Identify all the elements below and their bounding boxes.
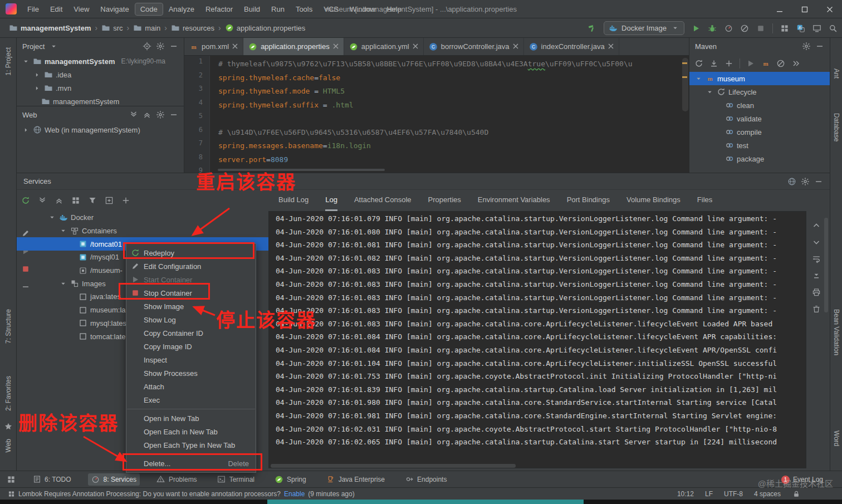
- clear-log-icon[interactable]: [812, 305, 821, 314]
- tree-row-web-in-managementsystem[interactable]: Web (in managementSystem): [17, 123, 184, 136]
- tool-window-button-java-enterprise[interactable]: Java Enterprise: [323, 473, 388, 486]
- context-menu-item-start-container[interactable]: Start Container: [126, 273, 256, 286]
- soft-wrap-icon[interactable]: [812, 255, 821, 263]
- context-menu-item-edit-configuration[interactable]: Edit Configuration: [126, 260, 256, 273]
- context-menu-item-exec[interactable]: Exec: [126, 393, 256, 407]
- context-menu-item-stop-container[interactable]: Stop Container: [126, 286, 256, 300]
- status-item-lf[interactable]: LF: [705, 490, 713, 498]
- context-menu-item-open-in-new-tab[interactable]: Open in New Tab: [126, 412, 256, 425]
- menu-view[interactable]: View: [68, 3, 94, 15]
- tree-row-docker[interactable]: Docker: [17, 211, 268, 224]
- context-menu-item-copy-image-id[interactable]: Copy Image ID: [126, 340, 256, 353]
- tree-row-test[interactable]: test: [689, 139, 830, 152]
- open-in-new-tab-icon[interactable]: [105, 196, 114, 205]
- run-button[interactable]: [692, 24, 701, 33]
- expand-all-icon[interactable]: [38, 196, 47, 205]
- tool-button-database[interactable]: Database: [830, 113, 842, 141]
- scroll-to-end-icon[interactable]: [812, 271, 821, 280]
- breadcrumb-item-managementsystem[interactable]: managementSystem: [9, 23, 91, 32]
- editor-code[interactable]: # thymeleaf\u9875\u9762\u7F13\u5B58\u8BB…: [210, 56, 689, 173]
- context-menu-item-show-log[interactable]: Show Log: [126, 313, 256, 326]
- status-item-10-12[interactable]: 10:12: [677, 490, 694, 498]
- context-menu-item-show-image[interactable]: Show Image: [126, 300, 256, 313]
- context-menu-item-inspect[interactable]: Inspect: [126, 353, 256, 366]
- tool-button-7-structure[interactable]: 7: Structure: [0, 309, 17, 344]
- overflow-icon[interactable]: [791, 59, 800, 68]
- gear-icon[interactable]: [802, 42, 811, 51]
- context-menu-item-attach[interactable]: Attach: [126, 380, 256, 393]
- group-by-icon[interactable]: [71, 196, 80, 205]
- gear-icon[interactable]: [156, 110, 165, 119]
- editor-tab-indexcontroller-java[interactable]: CindexController.java: [524, 38, 619, 55]
- add-icon[interactable]: [724, 59, 733, 68]
- editor-tab-borrowcontroller-java[interactable]: CborrowController.java: [424, 38, 524, 55]
- tree-row-validate[interactable]: validate: [689, 112, 830, 125]
- menu-tools[interactable]: Tools: [291, 3, 317, 15]
- breadcrumb-item-main[interactable]: main: [133, 23, 160, 32]
- collapse-all-icon[interactable]: [55, 196, 63, 205]
- lock-icon[interactable]: [792, 490, 801, 498]
- menu-edit[interactable]: Edit: [45, 3, 67, 15]
- context-menu-item-open-each-type-in-new-tab[interactable]: Open Each Type in New Tab: [126, 438, 256, 452]
- services-tab-build-log[interactable]: Build Log: [278, 190, 309, 211]
- profiler-icon[interactable]: [724, 24, 733, 33]
- log-hscrollbar[interactable]: [271, 464, 516, 468]
- tool-button-web[interactable]: Web: [0, 439, 17, 452]
- download-sources-icon[interactable]: [709, 59, 718, 68]
- tool-button-bean-validation[interactable]: Bean Validation: [830, 309, 842, 355]
- tool-button-word[interactable]: Word: [830, 430, 842, 446]
- hide-panel-icon[interactable]: [814, 177, 823, 186]
- scroll-down-icon[interactable]: [812, 238, 821, 247]
- stop-button[interactable]: [756, 24, 765, 33]
- run-maven-icon[interactable]: [746, 59, 755, 68]
- status-item-utf-8[interactable]: UTF-8: [724, 490, 743, 498]
- tool-window-button-8-services[interactable]: 8: Services: [88, 473, 140, 486]
- search-everywhere-icon[interactable]: [829, 24, 838, 33]
- close-tab-icon[interactable]: [413, 42, 418, 51]
- hide-panel-icon[interactable]: [169, 110, 178, 119]
- close-tab-icon[interactable]: [608, 42, 614, 51]
- run-config-select[interactable]: Docker Image: [604, 21, 684, 35]
- context-menu-item-open-each-in-new-tab[interactable]: Open Each in New Tab: [126, 425, 256, 438]
- menu-build[interactable]: Build: [239, 3, 265, 15]
- close-tab-icon[interactable]: [333, 42, 339, 51]
- hide-panel-icon[interactable]: [815, 42, 824, 51]
- tool-window-button-spring[interactable]: Spring: [271, 473, 310, 486]
- editor-tab-pom-xml[interactable]: mpom.xml: [184, 38, 243, 55]
- menu-analyze[interactable]: Analyze: [164, 3, 199, 15]
- locate-file-icon[interactable]: [143, 42, 151, 51]
- breadcrumb-item-resources[interactable]: resources: [171, 23, 214, 32]
- enable-link[interactable]: Enable: [284, 490, 305, 498]
- log-console[interactable]: 04-Jun-2020 07:16:01.079 INFO [main] org…: [268, 211, 806, 468]
- menu-refactor[interactable]: Refactor: [200, 3, 238, 15]
- tool-window-button-6-todo[interactable]: 6: TODO: [29, 473, 75, 486]
- log-vscrollbar[interactable]: [824, 218, 828, 312]
- menu-navigate[interactable]: Navigate: [95, 3, 134, 15]
- tree-row-clean[interactable]: clean: [689, 99, 830, 112]
- help-web-icon[interactable]: [787, 177, 796, 186]
- tree-row-managementsystem[interactable]: managementSystem: [17, 95, 184, 106]
- close-icon[interactable]: [817, 0, 842, 18]
- coverage-icon[interactable]: [740, 24, 749, 33]
- services-tab-log[interactable]: Log: [325, 190, 337, 211]
- editor-hscrollbar[interactable]: [218, 169, 385, 171]
- add-service-icon[interactable]: [121, 196, 130, 205]
- maximize-icon[interactable]: [792, 0, 817, 18]
- hide-panel-icon[interactable]: [169, 42, 178, 51]
- context-menu-item-redeploy[interactable]: Redeploy: [126, 246, 256, 260]
- debug-button[interactable]: [708, 24, 717, 33]
- collapse-all-icon[interactable]: [143, 110, 151, 119]
- translate-icon[interactable]: A: [796, 24, 805, 33]
- chevron-down-icon[interactable]: [49, 42, 58, 51]
- editor-scrollbar[interactable]: [682, 58, 688, 111]
- services-tab-volume-bindings[interactable]: Volume Bindings: [626, 190, 681, 211]
- tool-button-1-project[interactable]: 1: Project: [0, 47, 17, 76]
- minimize-icon[interactable]: [767, 0, 792, 18]
- services-tab-port-bindings[interactable]: Port Bindings: [567, 190, 610, 211]
- services-tab-attached-console[interactable]: Attached Console: [354, 190, 412, 211]
- tool-window-button-endpoints[interactable]: Endpoints: [402, 473, 450, 486]
- gear-icon[interactable]: [801, 177, 810, 186]
- menu-file[interactable]: File: [22, 3, 44, 15]
- breadcrumb-item-application-properties[interactable]: application.properties: [225, 23, 306, 32]
- breadcrumb-item-src[interactable]: src: [101, 23, 123, 32]
